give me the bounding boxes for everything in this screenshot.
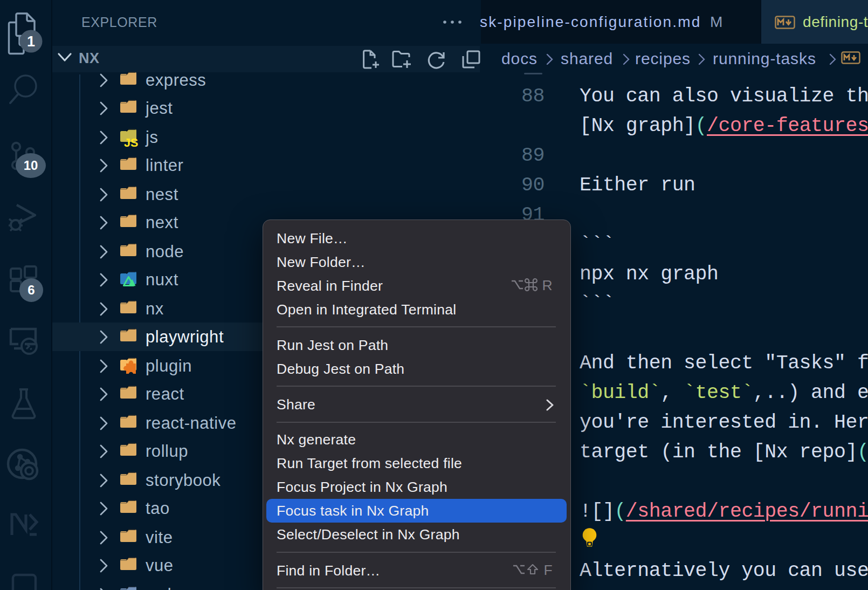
svg-text:JS: JS [124, 136, 138, 149]
svg-text:1: 1 [27, 33, 35, 50]
